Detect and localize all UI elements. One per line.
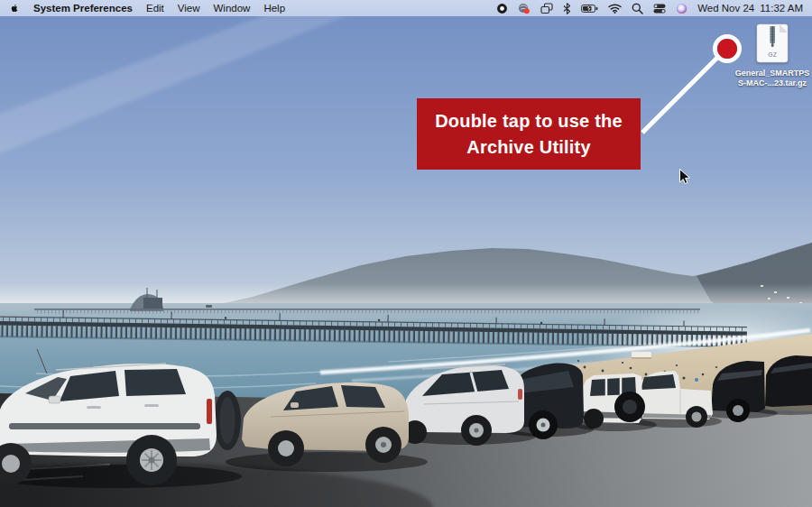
tooltip-archive-utility: Double tap to use the Archive Utility <box>417 98 641 170</box>
record-indicator-icon[interactable] <box>496 3 508 14</box>
bluetooth-icon[interactable] <box>563 3 571 14</box>
battery-charging-icon[interactable] <box>581 5 598 13</box>
menu-edit[interactable]: Edit <box>146 3 164 14</box>
menu-bar: System Preferences Edit View Window Help <box>0 0 812 16</box>
badged-app-icon[interactable] <box>518 3 531 14</box>
menu-time: 11:32 AM <box>760 3 803 14</box>
canopy-shadow <box>632 357 651 359</box>
file-label-line2: S-MAC-...23.tar.gz <box>719 78 812 88</box>
apple-menu[interactable] <box>9 2 20 14</box>
menu-date: Wed Nov 24 <box>697 3 754 14</box>
menu-help[interactable]: Help <box>263 3 285 14</box>
menu-view[interactable]: View <box>178 3 200 14</box>
gz-file-icon: GZ <box>756 51 789 66</box>
wifi-icon[interactable] <box>608 4 622 14</box>
menu-window[interactable]: Window <box>214 3 251 14</box>
beach-canopy <box>632 352 651 358</box>
file-label-line1: General_SMARTPS <box>719 69 812 78</box>
mouse-cursor <box>678 168 691 186</box>
control-center-icon[interactable] <box>653 4 666 14</box>
siri-icon[interactable] <box>676 3 687 14</box>
gz-badge: GZ <box>768 51 777 58</box>
menu-clock[interactable]: Wed Nov 24 11:32 AM <box>697 3 803 14</box>
window-copy-icon[interactable] <box>540 3 553 14</box>
menu-app-name[interactable]: System Preferences <box>33 3 133 14</box>
file-targz[interactable]: GZ General_SMARTPS S-MAC-...23.tar.gz <box>719 23 812 88</box>
file-label: General_SMARTPS S-MAC-...23.tar.gz <box>719 69 812 88</box>
tooltip-line2: Archive Utility <box>417 134 641 161</box>
beach-photo <box>0 16 812 507</box>
umbrella-blue <box>695 378 698 382</box>
desktop-wallpaper <box>0 16 812 507</box>
spotlight-search-icon[interactable] <box>632 3 643 14</box>
tooltip-line1: Double tap to use the <box>417 108 641 134</box>
